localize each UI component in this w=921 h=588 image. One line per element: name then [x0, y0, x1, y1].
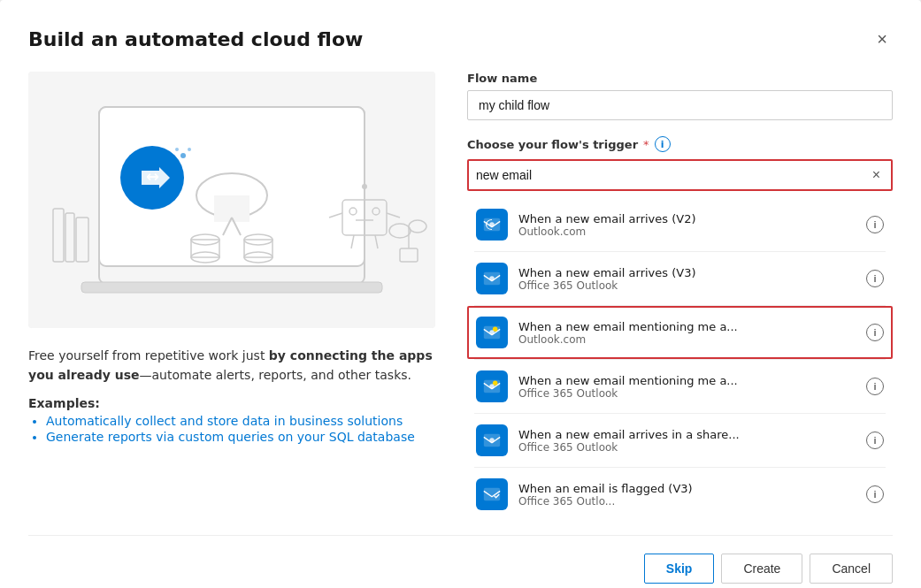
cancel-button[interactable]: Cancel [810, 554, 893, 584]
trigger-name: When an email is flagged (V3) [518, 482, 866, 495]
trigger-info: When a new email mentioning me a... Outl… [518, 320, 866, 346]
flow-name-label: Flow name [467, 72, 893, 85]
trigger-source: Outlook.com [518, 333, 866, 346]
left-panel: ↔ Free yourself from repetitive work jus… [28, 72, 435, 521]
trigger-info: When a new email arrives in a share... O… [518, 428, 866, 454]
trigger-item[interactable]: When an email is flagged (V3) Office 365… [467, 468, 893, 521]
trigger-info: When a new email mentioning me a... Offi… [518, 374, 866, 400]
trigger-name: When a new email mentioning me a... [518, 374, 866, 387]
trigger-item[interactable]: When a new email mentioning me a... Offi… [467, 360, 893, 413]
trigger-icon [476, 370, 508, 402]
illustration: ↔ [28, 72, 435, 328]
trigger-detail-button[interactable]: i [866, 485, 884, 503]
svg-point-39 [489, 276, 495, 281]
flow-name-input[interactable] [467, 90, 893, 120]
svg-rect-3 [81, 282, 382, 293]
svg-point-34 [188, 148, 191, 151]
trigger-detail-button[interactable]: i [866, 431, 884, 449]
trigger-source: Office 365 Outlook [518, 279, 866, 292]
trigger-info-icon[interactable]: i [655, 136, 671, 152]
trigger-search-input[interactable] [476, 161, 869, 189]
dialog-footer: Skip Create Cancel [28, 535, 893, 584]
trigger-detail-button[interactable]: i [866, 216, 884, 233]
required-star: * [643, 138, 649, 151]
svg-point-42 [489, 330, 495, 335]
example-item: Generate reports via custom queries on y… [46, 430, 435, 444]
trigger-icon [476, 209, 508, 241]
search-clear-button[interactable]: × [869, 166, 884, 184]
trigger-source: Outlook.com [518, 225, 866, 238]
trigger-source: Office 365 Outlo... [518, 495, 866, 508]
trigger-source: Office 365 Outlook [518, 441, 866, 454]
trigger-item-selected[interactable]: When a new email mentioning me a... Outl… [467, 306, 893, 359]
examples-label: Examples: [28, 396, 435, 410]
trigger-name: When a new email arrives (V3) [518, 266, 866, 279]
skip-button[interactable]: Skip [644, 554, 715, 584]
create-button[interactable]: Create [721, 554, 802, 584]
trigger-label-row: Choose your flow's trigger * i [467, 136, 893, 152]
trigger-label: Choose your flow's trigger [467, 138, 638, 151]
dialog-body: ↔ Free yourself from repetitive work jus… [28, 72, 893, 521]
example-item: Automatically collect and store data in … [46, 414, 435, 428]
svg-point-33 [180, 153, 186, 158]
trigger-detail-button[interactable]: i [866, 378, 884, 395]
trigger-name: When a new email arrives (V2) [518, 212, 866, 225]
svg-point-37 [489, 222, 495, 227]
svg-point-22 [362, 184, 367, 189]
build-flow-dialog: Build an automated cloud flow × [0, 0, 921, 588]
trigger-info: When an email is flagged (V3) Office 365… [518, 482, 866, 508]
svg-point-47 [489, 438, 495, 443]
close-button[interactable]: × [871, 28, 893, 50]
trigger-icon [476, 478, 508, 510]
svg-text:↔: ↔ [146, 167, 159, 186]
dialog-header: Build an automated cloud flow × [28, 28, 893, 50]
trigger-detail-button[interactable]: i [866, 270, 884, 287]
trigger-source: Office 365 Outlook [518, 387, 866, 400]
trigger-info: When a new email arrives (V2) Outlook.co… [518, 212, 866, 238]
svg-point-45 [489, 384, 495, 389]
trigger-name: When a new email arrives in a share... [518, 428, 866, 441]
description-text: Free yourself from repetitive work just … [28, 346, 435, 386]
trigger-name: When a new email mentioning me a... [518, 320, 866, 333]
right-panel: Flow name Choose your flow's trigger * i… [467, 72, 893, 521]
trigger-item[interactable]: When a new email arrives (V2) Outlook.co… [467, 198, 893, 251]
triggers-list: When a new email arrives (V2) Outlook.co… [467, 198, 893, 521]
trigger-item[interactable]: When a new email arrives in a share... O… [467, 414, 893, 467]
trigger-info: When a new email arrives (V3) Office 365… [518, 266, 866, 292]
svg-point-35 [175, 148, 179, 151]
trigger-icon [476, 263, 508, 294]
trigger-item[interactable]: When a new email arrives (V3) Office 365… [467, 252, 893, 305]
trigger-detail-button[interactable]: i [866, 324, 884, 341]
svg-rect-48 [484, 488, 500, 501]
search-box: × [467, 159, 893, 191]
dialog-title: Build an automated cloud flow [28, 28, 363, 50]
examples-list: Automatically collect and store data in … [28, 414, 435, 446]
trigger-icon [476, 424, 508, 456]
trigger-icon [476, 317, 508, 348]
